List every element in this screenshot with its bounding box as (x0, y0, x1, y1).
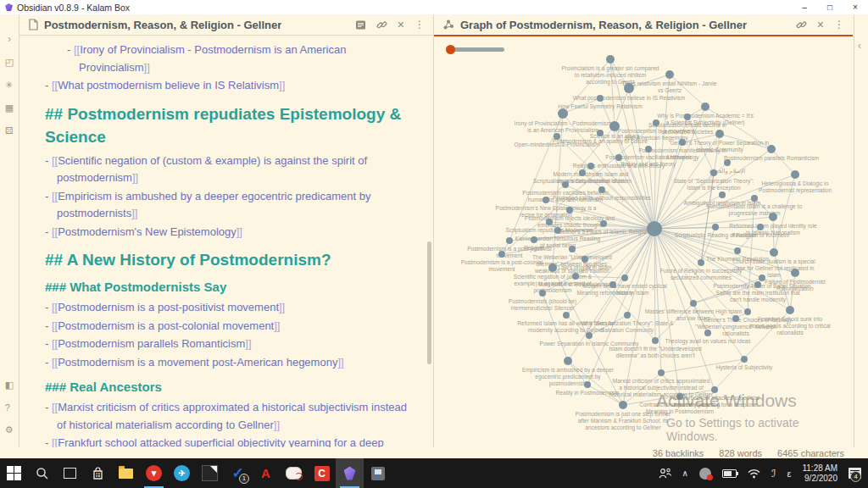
graph-node[interactable] (584, 381, 591, 388)
graph-node[interactable] (587, 163, 594, 169)
note-list-item[interactable]: - [[Postmodernism parallels Romanticism]… (45, 336, 411, 353)
hidden-icons-chevron[interactable]: ∧ (682, 469, 688, 478)
note-editor[interactable]: - [[Irony of Provincialism - Postmoderni… (19, 36, 433, 447)
graph-node[interactable] (701, 103, 709, 111)
graph-canvas[interactable]: Provincialism is a greater sin comparedt… (434, 36, 853, 447)
graph-node[interactable] (615, 154, 622, 161)
graph-node[interactable] (712, 224, 719, 230)
graph-node[interactable] (548, 263, 557, 272)
search-button-icon[interactable] (28, 458, 56, 488)
graph-node[interactable] (715, 130, 724, 138)
graph-node[interactable] (724, 159, 731, 166)
expand-left-sidebar-icon[interactable]: › (8, 33, 11, 45)
link-icon[interactable] (376, 19, 387, 30)
graph-node[interactable] (609, 281, 616, 288)
more-options-icon[interactable]: ⋮ (834, 19, 844, 30)
graph-node[interactable] (653, 119, 659, 126)
note-list-item[interactable]: - [[Postmodernism is a post-colonial mov… (45, 318, 411, 336)
graph-node[interactable] (609, 121, 620, 131)
note-list-item[interactable]: - [[Postmodernism is a post-positivist m… (45, 299, 411, 317)
close-button[interactable]: × (843, 0, 868, 14)
minimize-button[interactable]: – (792, 0, 817, 14)
graph-node[interactable] (542, 197, 549, 203)
brave-browser-app-icon[interactable]: ▾ (140, 458, 168, 488)
graph-node[interactable] (566, 207, 573, 214)
graph-node[interactable] (606, 55, 615, 64)
graph-hub-node[interactable] (647, 221, 662, 236)
graph-node[interactable] (732, 315, 739, 322)
wiki-link[interactable]: Postmodernism is a post-colonial movemen… (58, 319, 274, 332)
graph-node[interactable] (652, 337, 659, 344)
graph-node[interactable] (767, 145, 776, 153)
wiki-link[interactable]: Irony of Provincialism - Postmodernism i… (79, 43, 346, 74)
graph-node[interactable] (600, 220, 607, 227)
graph-node[interactable] (759, 274, 765, 281)
note-scrollbar[interactable] (427, 241, 431, 364)
graph-node[interactable] (554, 227, 561, 234)
graph-node[interactable] (744, 308, 751, 315)
graph-node[interactable] (754, 281, 761, 288)
graph-node[interactable] (791, 170, 799, 179)
vault-switcher-icon[interactable]: ◧ (5, 380, 14, 391)
utility-app-icon[interactable] (280, 458, 308, 488)
wiki-link[interactable]: Postmodernism parallels Romanticism (58, 337, 245, 350)
wiki-link[interactable]: Postmodernism's New Epistemology (58, 225, 236, 238)
open-another-vault-icon[interactable]: ◰ (5, 57, 14, 68)
graph-node[interactable] (558, 108, 568, 119)
graph-node[interactable] (679, 139, 686, 146)
note-list-item[interactable]: - [[Marxist criticism of critics approxi… (45, 399, 411, 434)
graph-node[interactable] (554, 133, 560, 140)
graph-node[interactable] (690, 300, 697, 307)
preview-toggle-icon[interactable] (355, 19, 366, 30)
graph-node[interactable] (658, 369, 665, 376)
graph-node[interactable] (684, 114, 691, 120)
graph-node[interactable] (770, 248, 778, 257)
graph-node[interactable] (786, 306, 794, 314)
link-icon[interactable] (796, 19, 807, 30)
slider-knob[interactable] (446, 45, 455, 54)
graph-node[interactable] (624, 83, 634, 93)
graph-node[interactable] (597, 95, 604, 102)
people-icon[interactable] (659, 468, 671, 479)
wiki-link[interactable]: Frankfurt school attacked superficial ob… (57, 436, 384, 447)
graph-node[interactable] (710, 169, 717, 176)
telegram-app-icon[interactable]: ✈ (168, 458, 196, 488)
graph-view-icon[interactable]: ✳ (5, 80, 14, 91)
expand-right-sidebar-icon[interactable]: ‹ (858, 40, 868, 52)
daily-note-icon[interactable]: ▦ (5, 103, 14, 114)
graph-node[interactable] (586, 332, 593, 339)
wiki-link[interactable]: Postmodernism is a post-positivist movem… (58, 301, 279, 313)
sync-status-icon[interactable] (699, 468, 711, 480)
acrobat-app-icon[interactable]: A (252, 458, 280, 488)
graph-node[interactable] (698, 259, 704, 266)
graph-node[interactable] (531, 236, 537, 243)
start-button-icon[interactable] (0, 458, 28, 488)
graph-node[interactable] (563, 312, 570, 319)
wiki-link[interactable]: Postmodernism is a movement post-America… (58, 356, 337, 369)
random-note-icon[interactable]: ⚄ (5, 125, 14, 136)
clock[interactable]: 11:28 AM9/2/2020 (802, 463, 837, 484)
graph-node[interactable] (769, 213, 777, 221)
vm-app-icon[interactable] (364, 458, 392, 488)
graph-node[interactable] (619, 401, 627, 409)
graph-node[interactable] (572, 273, 579, 280)
notes-app-icon[interactable] (196, 458, 224, 488)
graph-node[interactable] (579, 169, 586, 176)
input-language-indicator[interactable]: ε (787, 469, 792, 479)
battery-icon[interactable] (722, 469, 737, 478)
action-center-icon[interactable]: 4 (849, 468, 861, 479)
close-pane-icon[interactable]: × (817, 19, 824, 30)
wiki-link[interactable]: Scientific negation of (custom & example… (57, 154, 367, 185)
help-icon[interactable]: ? (5, 402, 14, 413)
graph-node[interactable] (506, 237, 513, 244)
graph-node[interactable] (624, 312, 631, 319)
graph-node[interactable] (546, 219, 553, 225)
graph-node[interactable] (734, 247, 741, 254)
graph-node[interactable] (598, 186, 605, 193)
graph-node[interactable] (719, 191, 726, 198)
note-list-item[interactable]: - [[Empiricism is ambushed by a deeper e… (45, 188, 411, 223)
graph-svg[interactable]: Provincialism is a greater sin comparedt… (434, 39, 853, 447)
graph-node[interactable] (562, 181, 569, 188)
graph-node[interactable] (539, 290, 546, 297)
windows-ink-icon[interactable]: ℐ (771, 468, 776, 480)
